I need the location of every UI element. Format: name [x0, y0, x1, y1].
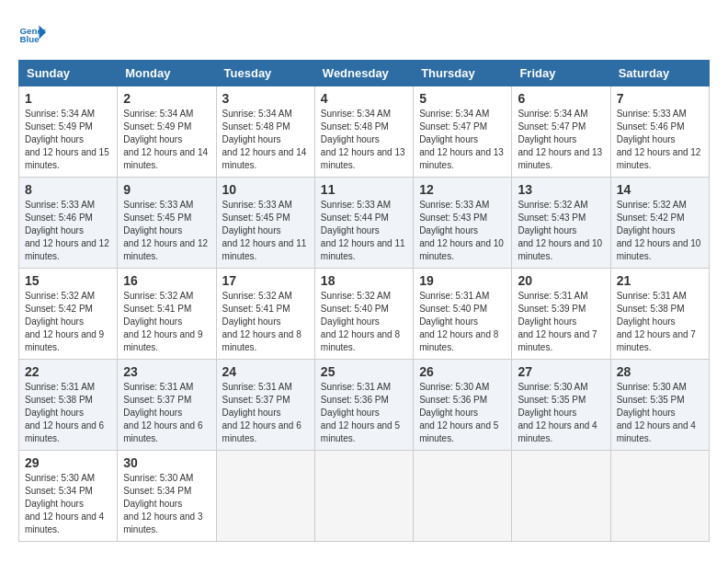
calendar-day-cell: 1 Sunrise: 5:34 AM Sunset: 5:49 PM Dayli…	[19, 86, 118, 178]
day-number: 6	[518, 91, 604, 106]
day-number: 15	[25, 273, 111, 288]
day-info: Sunrise: 5:32 AM Sunset: 5:40 PM Dayligh…	[321, 290, 407, 354]
day-info: Sunrise: 5:30 AM Sunset: 5:36 PM Dayligh…	[419, 381, 506, 445]
day-number: 26	[419, 364, 506, 379]
calendar-day-cell	[610, 451, 709, 542]
calendar-day-cell: 11 Sunrise: 5:33 AM Sunset: 5:44 PM Dayl…	[314, 178, 413, 269]
weekday-header-saturday: Saturday	[610, 61, 709, 86]
calendar-day-cell: 9 Sunrise: 5:33 AM Sunset: 5:45 PM Dayli…	[118, 178, 216, 269]
day-number: 5	[419, 91, 506, 106]
day-info: Sunrise: 5:32 AM Sunset: 5:43 PM Dayligh…	[518, 199, 604, 263]
day-info: Sunrise: 5:33 AM Sunset: 5:46 PM Dayligh…	[25, 199, 111, 263]
weekday-header-row: SundayMondayTuesdayWednesdayThursdayFrid…	[19, 61, 710, 86]
day-info: Sunrise: 5:31 AM Sunset: 5:36 PM Dayligh…	[321, 381, 407, 445]
calendar-table: SundayMondayTuesdayWednesdayThursdayFrid…	[18, 60, 710, 542]
calendar-day-cell: 17 Sunrise: 5:32 AM Sunset: 5:41 PM Dayl…	[216, 269, 314, 360]
day-info: Sunrise: 5:31 AM Sunset: 5:37 PM Dayligh…	[123, 381, 210, 445]
day-info: Sunrise: 5:30 AM Sunset: 5:35 PM Dayligh…	[518, 381, 604, 445]
calendar-day-cell	[314, 451, 413, 542]
calendar-week-row: 15 Sunrise: 5:32 AM Sunset: 5:42 PM Dayl…	[19, 269, 710, 360]
calendar-day-cell: 16 Sunrise: 5:32 AM Sunset: 5:41 PM Dayl…	[118, 269, 216, 360]
day-number: 8	[25, 182, 111, 197]
day-info: Sunrise: 5:31 AM Sunset: 5:37 PM Dayligh…	[222, 381, 309, 445]
day-info: Sunrise: 5:31 AM Sunset: 5:38 PM Dayligh…	[25, 381, 111, 445]
calendar-day-cell: 22 Sunrise: 5:31 AM Sunset: 5:38 PM Dayl…	[19, 360, 118, 451]
calendar-day-cell: 18 Sunrise: 5:32 AM Sunset: 5:40 PM Dayl…	[314, 269, 413, 360]
calendar-day-cell	[216, 451, 314, 542]
calendar-day-cell: 10 Sunrise: 5:33 AM Sunset: 5:45 PM Dayl…	[216, 178, 314, 269]
calendar-day-cell	[512, 451, 610, 542]
day-info: Sunrise: 5:34 AM Sunset: 5:48 PM Dayligh…	[321, 108, 407, 172]
calendar-day-cell: 21 Sunrise: 5:31 AM Sunset: 5:38 PM Dayl…	[610, 269, 709, 360]
day-info: Sunrise: 5:33 AM Sunset: 5:43 PM Dayligh…	[419, 199, 506, 263]
day-info: Sunrise: 5:34 AM Sunset: 5:47 PM Dayligh…	[518, 108, 604, 172]
calendar-day-cell: 15 Sunrise: 5:32 AM Sunset: 5:42 PM Dayl…	[19, 269, 118, 360]
day-info: Sunrise: 5:33 AM Sunset: 5:45 PM Dayligh…	[123, 199, 210, 263]
day-info: Sunrise: 5:30 AM Sunset: 5:34 PM Dayligh…	[123, 472, 210, 536]
weekday-header-tuesday: Tuesday	[216, 61, 314, 86]
calendar-day-cell: 19 Sunrise: 5:31 AM Sunset: 5:40 PM Dayl…	[414, 269, 512, 360]
calendar-day-cell: 2 Sunrise: 5:34 AM Sunset: 5:49 PM Dayli…	[118, 86, 216, 178]
day-number: 25	[321, 364, 407, 379]
day-number: 12	[419, 182, 506, 197]
weekday-header-sunday: Sunday	[19, 61, 118, 86]
day-number: 17	[222, 273, 309, 288]
day-number: 9	[123, 182, 210, 197]
day-info: Sunrise: 5:32 AM Sunset: 5:41 PM Dayligh…	[222, 290, 309, 354]
day-number: 29	[25, 455, 111, 470]
calendar-day-cell: 6 Sunrise: 5:34 AM Sunset: 5:47 PM Dayli…	[512, 86, 610, 178]
calendar-day-cell: 20 Sunrise: 5:31 AM Sunset: 5:39 PM Dayl…	[512, 269, 610, 360]
calendar-day-cell: 7 Sunrise: 5:33 AM Sunset: 5:46 PM Dayli…	[610, 86, 709, 178]
calendar-day-cell: 30 Sunrise: 5:30 AM Sunset: 5:34 PM Dayl…	[118, 451, 216, 542]
day-info: Sunrise: 5:32 AM Sunset: 5:41 PM Dayligh…	[123, 290, 210, 354]
day-number: 7	[617, 91, 703, 106]
calendar-day-cell: 24 Sunrise: 5:31 AM Sunset: 5:37 PM Dayl…	[216, 360, 314, 451]
calendar-day-cell: 25 Sunrise: 5:31 AM Sunset: 5:36 PM Dayl…	[314, 360, 413, 451]
day-info: Sunrise: 5:34 AM Sunset: 5:49 PM Dayligh…	[25, 108, 111, 172]
calendar-day-cell	[414, 451, 512, 542]
calendar-day-cell: 13 Sunrise: 5:32 AM Sunset: 5:43 PM Dayl…	[512, 178, 610, 269]
logo: General Blue	[18, 18, 50, 46]
calendar-week-row: 8 Sunrise: 5:33 AM Sunset: 5:46 PM Dayli…	[19, 178, 710, 269]
calendar-day-cell: 27 Sunrise: 5:30 AM Sunset: 5:35 PM Dayl…	[512, 360, 610, 451]
day-number: 27	[518, 364, 604, 379]
day-number: 19	[419, 273, 506, 288]
day-number: 13	[518, 182, 604, 197]
calendar-day-cell: 5 Sunrise: 5:34 AM Sunset: 5:47 PM Dayli…	[414, 86, 512, 178]
calendar-day-cell: 3 Sunrise: 5:34 AM Sunset: 5:48 PM Dayli…	[216, 86, 314, 178]
day-info: Sunrise: 5:33 AM Sunset: 5:44 PM Dayligh…	[321, 199, 407, 263]
day-number: 30	[123, 455, 210, 470]
weekday-header-monday: Monday	[118, 61, 216, 86]
calendar-day-cell: 28 Sunrise: 5:30 AM Sunset: 5:35 PM Dayl…	[610, 360, 709, 451]
svg-text:Blue: Blue	[20, 34, 40, 44]
day-number: 21	[617, 273, 703, 288]
day-info: Sunrise: 5:32 AM Sunset: 5:42 PM Dayligh…	[25, 290, 111, 354]
day-info: Sunrise: 5:31 AM Sunset: 5:40 PM Dayligh…	[419, 290, 506, 354]
day-number: 3	[222, 91, 309, 106]
day-number: 14	[617, 182, 703, 197]
day-number: 18	[321, 273, 407, 288]
calendar-day-cell: 26 Sunrise: 5:30 AM Sunset: 5:36 PM Dayl…	[414, 360, 512, 451]
day-number: 2	[123, 91, 210, 106]
day-info: Sunrise: 5:31 AM Sunset: 5:39 PM Dayligh…	[518, 290, 604, 354]
calendar-day-cell: 23 Sunrise: 5:31 AM Sunset: 5:37 PM Dayl…	[118, 360, 216, 451]
day-info: Sunrise: 5:31 AM Sunset: 5:38 PM Dayligh…	[617, 290, 703, 354]
day-info: Sunrise: 5:33 AM Sunset: 5:45 PM Dayligh…	[222, 199, 309, 263]
calendar-day-cell: 14 Sunrise: 5:32 AM Sunset: 5:42 PM Dayl…	[610, 178, 709, 269]
day-number: 24	[222, 364, 309, 379]
day-info: Sunrise: 5:32 AM Sunset: 5:42 PM Dayligh…	[617, 199, 703, 263]
weekday-header-thursday: Thursday	[414, 61, 512, 86]
calendar-week-row: 1 Sunrise: 5:34 AM Sunset: 5:49 PM Dayli…	[19, 86, 710, 178]
day-number: 10	[222, 182, 309, 197]
day-number: 20	[518, 273, 604, 288]
day-number: 16	[123, 273, 210, 288]
calendar-day-cell: 29 Sunrise: 5:30 AM Sunset: 5:34 PM Dayl…	[19, 451, 118, 542]
day-info: Sunrise: 5:30 AM Sunset: 5:34 PM Dayligh…	[25, 472, 111, 536]
calendar-day-cell: 4 Sunrise: 5:34 AM Sunset: 5:48 PM Dayli…	[314, 86, 413, 178]
day-info: Sunrise: 5:33 AM Sunset: 5:46 PM Dayligh…	[617, 108, 703, 172]
day-number: 28	[617, 364, 703, 379]
logo-icon: General Blue	[18, 18, 46, 46]
day-info: Sunrise: 5:30 AM Sunset: 5:35 PM Dayligh…	[617, 381, 703, 445]
day-info: Sunrise: 5:34 AM Sunset: 5:47 PM Dayligh…	[419, 108, 506, 172]
day-number: 1	[25, 91, 111, 106]
